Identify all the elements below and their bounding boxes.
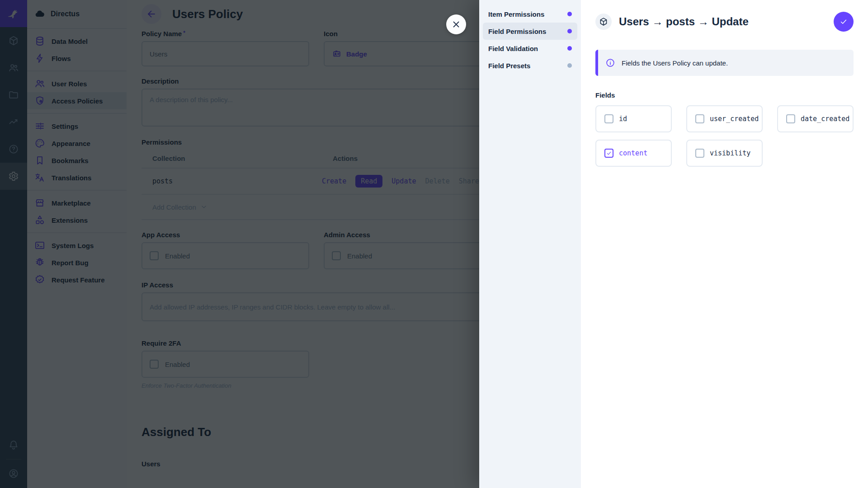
field-checkbox-id[interactable] (604, 114, 613, 123)
info-icon (605, 58, 615, 68)
field-card-label: id (619, 115, 627, 123)
field-card-label: visibility (710, 149, 750, 157)
box-icon (599, 17, 609, 27)
field-card-user_created[interactable]: user_created (686, 105, 763, 132)
field-card-label: content (619, 149, 647, 157)
field-checkbox-visibility[interactable] (695, 149, 704, 158)
close-icon (451, 19, 462, 30)
drawer-nav-label: Field Presets (488, 62, 530, 70)
drawer-nav-label: Item Permissions (488, 10, 544, 18)
field-checkbox-date_created[interactable] (786, 114, 795, 123)
status-dot (567, 46, 572, 51)
info-notice: Fields the Users Policy can update. (595, 50, 854, 76)
status-dot (567, 63, 572, 68)
drawer-nav: Item PermissionsField PermissionsField V… (479, 0, 581, 488)
field-card-content[interactable]: content (595, 140, 672, 167)
check-icon (839, 17, 848, 26)
fields-grid: iduser_createddate_createdcontentvisibil… (595, 105, 854, 167)
close-drawer-button[interactable] (446, 14, 466, 34)
drawer-title: Users → posts → Update (619, 15, 826, 28)
drawer-nav-field-permissions[interactable]: Field Permissions (483, 23, 577, 40)
field-card-id[interactable]: id (595, 105, 672, 132)
field-card-date_created[interactable]: date_created (777, 105, 854, 132)
directus-app: Directus Data ModelFlowsUser RolesAccess… (0, 0, 868, 488)
save-button[interactable] (834, 12, 854, 32)
notice-text: Fields the Users Policy can update. (622, 59, 728, 67)
field-card-visibility[interactable]: visibility (686, 140, 763, 167)
field-card-label: date_created (801, 115, 849, 123)
field-checkbox-user_created[interactable] (695, 114, 704, 123)
permissions-drawer: Item PermissionsField PermissionsField V… (479, 0, 868, 488)
drawer-nav-field-validation[interactable]: Field Validation (483, 40, 577, 57)
drawer-nav-label: Field Permissions (488, 28, 546, 35)
drawer-nav-label: Field Validation (488, 45, 538, 52)
drawer-nav-item-permissions[interactable]: Item Permissions (483, 5, 577, 23)
drawer-header: Users → posts → Update (595, 11, 854, 33)
fields-section-label: Fields (595, 91, 854, 99)
status-dot (567, 12, 572, 16)
collection-avatar (595, 14, 612, 30)
field-checkbox-content[interactable] (604, 149, 613, 158)
drawer-nav-field-presets[interactable]: Field Presets (483, 57, 577, 74)
drawer-content: Users → posts → Update Fields the Users … (581, 0, 868, 488)
field-card-label: user_created (710, 115, 759, 123)
status-dot (567, 29, 572, 33)
